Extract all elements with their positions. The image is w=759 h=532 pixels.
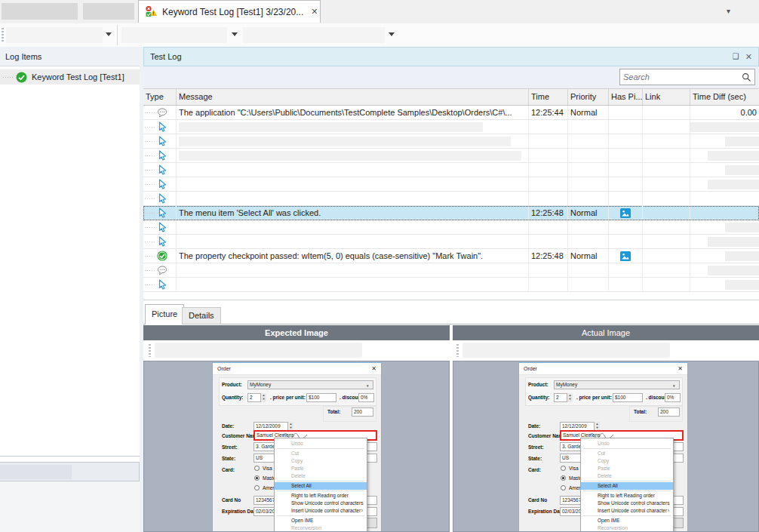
search-input[interactable]	[620, 72, 742, 81]
time-diff-cell	[690, 220, 759, 234]
tree-item-keyword-test-log[interactable]: Keyword Test Log [Test1]	[0, 69, 140, 85]
inactive-tab-placeholder[interactable]	[2, 3, 78, 20]
active-document-tab[interactable]: Keyword Test Log [Test1] 3/23/20... ✕	[138, 0, 321, 23]
log-items-tree: Keyword Test Log [Test1]	[0, 66, 140, 457]
link-cell	[643, 163, 690, 177]
time-cell: 12:25:48	[529, 249, 568, 263]
row-gutter	[145, 112, 155, 113]
search-icon[interactable]	[742, 72, 751, 82]
toolbar-grip-handle[interactable]	[456, 344, 459, 357]
has-picture-cell	[609, 278, 643, 291]
type-cell	[143, 134, 177, 148]
time-diff-cell	[690, 149, 759, 162]
redacted-toolbar-block	[462, 343, 670, 358]
radio-visa	[561, 466, 566, 471]
log-row-12[interactable]	[143, 263, 759, 278]
toolbar-grip-handle[interactable]	[2, 28, 4, 42]
message-cell	[177, 149, 529, 162]
maximize-icon[interactable]: ❑	[733, 52, 739, 62]
menu-item-show-unicode-control-characters: Show Unicode control characters	[275, 500, 367, 507]
toolbar-combobox-1[interactable]	[6, 27, 103, 43]
order-dialog-titlebar: Order✕	[213, 363, 381, 375]
time-cell: 12:25:44	[529, 106, 568, 119]
checkpoint-passed-icon	[157, 251, 167, 261]
has-picture-cell	[609, 149, 643, 162]
time-diff-cell	[690, 163, 759, 177]
column-header-message[interactable]: Message	[177, 89, 529, 105]
menu-separator	[277, 515, 364, 516]
date-label: Date:	[528, 423, 540, 429]
total-field: 200	[658, 407, 680, 417]
log-row-7[interactable]	[143, 192, 759, 206]
card-label: Card:	[222, 467, 235, 472]
column-header-link[interactable]: Link	[643, 89, 690, 105]
tab-close-icon[interactable]: ✕	[311, 7, 318, 17]
action-cursor-icon	[157, 279, 166, 290]
time-diff-cell	[690, 249, 759, 263]
row-gutter	[145, 213, 155, 214]
log-row-5[interactable]	[143, 163, 759, 177]
order-dialog-picture: Order✕Product:MyMoney▾Quantity:2▲▼. pric…	[212, 362, 382, 532]
chevron-down-icon[interactable]	[389, 32, 395, 36]
menu-separator	[277, 448, 364, 449]
spinner-buttons: ▲▼	[567, 393, 573, 402]
row-gutter	[145, 155, 155, 156]
menu-item-undo: Undo	[581, 440, 673, 447]
close-icon[interactable]: ✕	[745, 52, 752, 62]
product-label: Product:	[528, 382, 549, 387]
log-row-3[interactable]	[143, 134, 759, 149]
log-row-13[interactable]	[143, 278, 759, 292]
toolbar-combobox-3[interactable]	[243, 27, 385, 43]
chevron-down-icon[interactable]	[232, 32, 238, 36]
log-row-9[interactable]	[143, 220, 759, 235]
log-row-6[interactable]	[143, 177, 759, 192]
inactive-tab-placeholder[interactable]	[83, 3, 134, 20]
expected-image-pane[interactable]: Order✕Product:MyMoney▾Quantity:2▲▼. pric…	[143, 361, 450, 532]
actual-image-header: Actual Image	[453, 325, 759, 340]
log-row-8[interactable]: The menu item 'Select All' was clicked.1…	[143, 206, 759, 220]
redacted-toolbar-block	[155, 343, 362, 358]
redacted-time-diff	[708, 266, 759, 275]
log-items-panel-header: Log Items	[0, 47, 140, 66]
log-row-4[interactable]	[143, 149, 759, 163]
tab-picture[interactable]: Picture	[145, 304, 184, 324]
toolbar-grip-handle[interactable]	[149, 344, 151, 357]
actual-image-pane[interactable]: Order✕Product:MyMoney▾Quantity:2▲▼. pric…	[453, 361, 759, 532]
edit-context-menu: UndoCutCopyPasteDeleteSelect AllRight to…	[274, 438, 367, 532]
price-per-unit-label: . price per unit:	[270, 395, 306, 400]
card-no-label: Card No	[528, 497, 547, 503]
search-box	[619, 69, 755, 85]
priority-cell: Normal	[568, 206, 609, 220]
message-cell: The menu item 'Select All' was clicked.	[177, 206, 529, 220]
log-row-2[interactable]	[143, 120, 759, 134]
column-header-has-pi-[interactable]: Has Pi...	[609, 89, 643, 105]
row-gutter	[145, 170, 155, 171]
street-label: Street:	[222, 444, 238, 450]
log-row-10[interactable]	[143, 235, 759, 249]
column-header-priority[interactable]: Priority	[568, 89, 609, 105]
log-row-1[interactable]: The application "C:\Users\Public\Documen…	[143, 106, 759, 120]
order-dialog-picture: Order✕Product:MyMoney▾Quantity:2▲▼. pric…	[518, 362, 688, 532]
test-log-panel-header: Test Log ❑ ✕	[143, 47, 759, 66]
column-header-time[interactable]: Time	[529, 89, 568, 105]
priority-cell: Normal	[568, 249, 609, 263]
has-picture-icon[interactable]	[620, 208, 631, 218]
toolbar-combobox-2[interactable]	[121, 27, 227, 43]
menu-item-insert-unicode-control-character: Insert Unicode control character›	[581, 507, 673, 515]
message-cell: The application "C:\Users\Public\Documen…	[177, 106, 529, 119]
link-cell	[643, 206, 690, 220]
tab-list-dropdown-icon[interactable]: ▾	[727, 7, 730, 15]
product-combobox: MyMoney	[554, 380, 680, 389]
link-cell	[643, 220, 690, 234]
discount-field: 0%	[358, 393, 374, 402]
date-label: Date:	[222, 423, 234, 429]
chevron-down-icon[interactable]	[106, 32, 112, 36]
column-header-time-diff-sec-[interactable]: Time Diff (sec)	[690, 89, 759, 105]
message-cell	[177, 192, 529, 205]
spinner-buttons: ▲▼	[260, 393, 266, 402]
has-picture-icon[interactable]	[620, 251, 631, 261]
radio-american-express	[254, 485, 260, 490]
log-row-11[interactable]: The property checkpoint passed: wItem(5,…	[143, 249, 759, 263]
column-header-type[interactable]: Type	[143, 89, 177, 105]
tab-details[interactable]: Details	[182, 307, 221, 324]
